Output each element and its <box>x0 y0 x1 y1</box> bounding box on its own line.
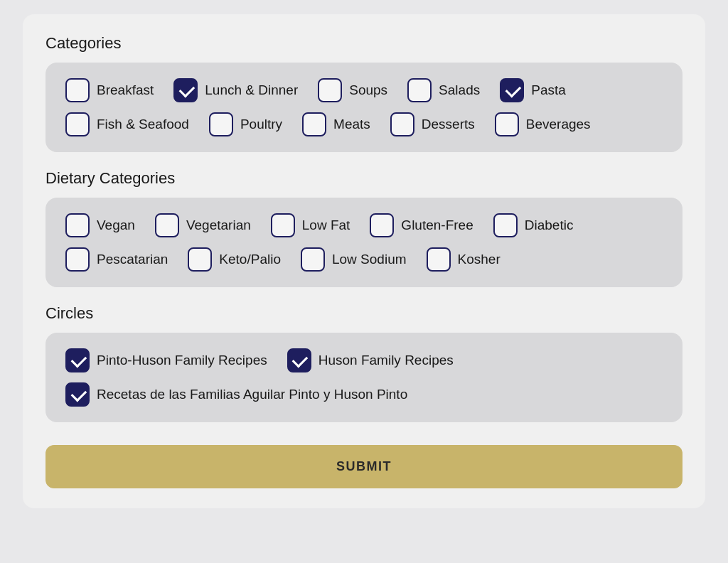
label-vegetarian: Vegetarian <box>186 218 251 233</box>
checkbox-fish-seafood[interactable] <box>65 112 90 136</box>
label-keto-palio: Keto/Palio <box>219 252 281 267</box>
category-pasta[interactable]: Pasta <box>500 78 566 102</box>
checkbox-diabetic[interactable] <box>493 213 518 237</box>
checkbox-salads[interactable] <box>407 78 432 102</box>
circle-recetas[interactable]: Recetas de las Familias Aguilar Pinto y … <box>65 382 407 407</box>
label-soups: Soups <box>349 82 387 98</box>
checkbox-gluten-free[interactable] <box>370 213 394 237</box>
categories-row-1: Breakfast Lunch & Dinner Soups Salads Pa… <box>65 78 663 102</box>
label-pasta: Pasta <box>531 82 566 98</box>
dietary-group: Vegan Vegetarian Low Fat Gluten-Free Dia… <box>46 198 682 287</box>
label-gluten-free: Gluten-Free <box>401 218 473 233</box>
category-lunch-dinner[interactable]: Lunch & Dinner <box>173 78 298 102</box>
label-pinto-huson: Pinto-Huson Family Recipes <box>97 353 267 368</box>
label-desserts: Desserts <box>422 117 475 132</box>
submit-button[interactable]: SUBMIT <box>46 445 682 488</box>
categories-title: Categories <box>46 34 682 53</box>
dietary-row-2: Pescatarian Keto/Palio Low Sodium Kosher <box>65 247 663 272</box>
circles-group: Pinto-Huson Family Recipes Huson Family … <box>46 333 682 422</box>
category-breakfast[interactable]: Breakfast <box>65 78 154 102</box>
circle-pinto-huson[interactable]: Pinto-Huson Family Recipes <box>65 348 267 372</box>
label-lunch-dinner: Lunch & Dinner <box>205 82 298 98</box>
checkbox-meats[interactable] <box>302 112 326 136</box>
checkbox-poultry[interactable] <box>209 112 233 136</box>
label-diabetic: Diabetic <box>525 218 574 233</box>
checkbox-breakfast[interactable] <box>65 78 90 102</box>
checkbox-pinto-huson[interactable] <box>65 348 90 372</box>
checkbox-pasta[interactable] <box>500 78 524 102</box>
category-fish-seafood[interactable]: Fish & Seafood <box>65 112 189 136</box>
label-kosher: Kosher <box>458 252 500 267</box>
checkbox-beverages[interactable] <box>495 112 519 136</box>
dietary-vegan[interactable]: Vegan <box>65 213 135 237</box>
label-huson: Huson Family Recipes <box>318 353 454 368</box>
dietary-vegetarian[interactable]: Vegetarian <box>155 213 251 237</box>
dietary-pescatarian[interactable]: Pescatarian <box>65 247 168 272</box>
label-low-fat: Low Fat <box>302 218 350 233</box>
dietary-title: Dietary Categories <box>46 169 682 188</box>
checkbox-recetas[interactable] <box>65 382 90 407</box>
checkbox-vegan[interactable] <box>65 213 90 237</box>
category-poultry[interactable]: Poultry <box>209 112 282 136</box>
dietary-keto-palio[interactable]: Keto/Palio <box>188 247 281 272</box>
dietary-diabetic[interactable]: Diabetic <box>493 213 574 237</box>
label-beverages: Beverages <box>526 117 591 132</box>
categories-group: Breakfast Lunch & Dinner Soups Salads Pa… <box>46 63 682 152</box>
label-fish-seafood: Fish & Seafood <box>97 117 189 132</box>
label-vegan: Vegan <box>97 218 135 233</box>
category-desserts[interactable]: Desserts <box>390 112 475 136</box>
checkbox-desserts[interactable] <box>390 112 414 136</box>
checkbox-low-sodium[interactable] <box>301 247 325 272</box>
dietary-kosher[interactable]: Kosher <box>427 247 500 272</box>
label-poultry: Poultry <box>240 117 282 132</box>
label-low-sodium: Low Sodium <box>332 252 407 267</box>
checkbox-lunch-dinner[interactable] <box>173 78 198 102</box>
category-salads[interactable]: Salads <box>407 78 480 102</box>
label-pescatarian: Pescatarian <box>97 252 168 267</box>
category-soups[interactable]: Soups <box>318 78 387 102</box>
label-recetas: Recetas de las Familias Aguilar Pinto y … <box>97 387 407 402</box>
checkbox-pescatarian[interactable] <box>65 247 90 272</box>
label-meats: Meats <box>333 117 370 132</box>
dietary-row-1: Vegan Vegetarian Low Fat Gluten-Free Dia… <box>65 213 663 237</box>
circles-row-1: Pinto-Huson Family Recipes Huson Family … <box>65 348 663 372</box>
dietary-low-fat[interactable]: Low Fat <box>271 213 350 237</box>
checkbox-low-fat[interactable] <box>271 213 295 237</box>
checkbox-vegetarian[interactable] <box>155 213 179 237</box>
checkbox-kosher[interactable] <box>427 247 451 272</box>
label-breakfast: Breakfast <box>97 82 154 98</box>
dietary-low-sodium[interactable]: Low Sodium <box>301 247 407 272</box>
dietary-gluten-free[interactable]: Gluten-Free <box>370 213 473 237</box>
label-salads: Salads <box>439 82 480 98</box>
checkbox-keto-palio[interactable] <box>188 247 212 272</box>
categories-row-2: Fish & Seafood Poultry Meats Desserts Be… <box>65 112 663 136</box>
circle-huson[interactable]: Huson Family Recipes <box>287 348 454 372</box>
circles-row-2: Recetas de las Familias Aguilar Pinto y … <box>65 382 663 407</box>
checkbox-soups[interactable] <box>318 78 342 102</box>
main-container: Categories Breakfast Lunch & Dinner Soup… <box>23 14 705 508</box>
checkbox-huson[interactable] <box>287 348 311 372</box>
category-beverages[interactable]: Beverages <box>495 112 591 136</box>
circles-title: Circles <box>46 304 682 323</box>
category-meats[interactable]: Meats <box>302 112 370 136</box>
